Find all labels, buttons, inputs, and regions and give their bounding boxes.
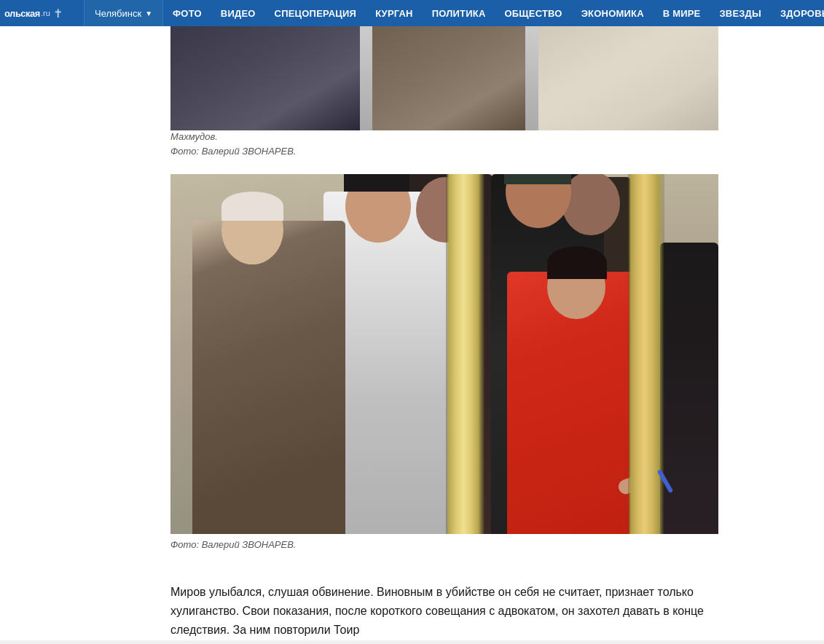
top-caption-line2: Фото: Валерий ЗВОНАРЕВ. (170, 145, 718, 158)
partition-bar-1 (446, 174, 485, 534)
nav-item-kurgan[interactable]: КУРГАН (366, 0, 423, 26)
nav-item-video[interactable]: ВИДЕО (211, 0, 265, 26)
top-image-divider-1 (360, 26, 372, 130)
logo-text: ольская (4, 8, 40, 19)
figure-dark-shirt-cap (504, 174, 571, 184)
logo-ru-suffix: .ru (41, 9, 50, 17)
top-article-image (170, 26, 718, 130)
logo-block[interactable]: ольская .ru ✝ (0, 0, 84, 26)
top-image-segment-mid (372, 26, 525, 130)
top-image-caption-block: Махмудов. Фото: Валерий ЗВОНАРЕВ. (170, 130, 718, 158)
nav-item-ekonomika[interactable]: ЭКОНОМИКА (572, 0, 654, 26)
top-image-segment-left (170, 26, 360, 130)
nav-item-zdorovye[interactable]: ЗДОРОВЬЕ (771, 0, 824, 26)
spacer (170, 160, 718, 174)
center-column: Махмудов. Фото: Валерий ЗВОНАРЕВ. (168, 26, 721, 640)
nav-item-specoperacia[interactable]: СПЕЦОПЕРАЦИЯ (265, 0, 366, 26)
chevron-down-icon: ▼ (145, 9, 152, 17)
top-image-divider-2 (525, 26, 538, 130)
left-column (0, 26, 168, 640)
main-article-image (170, 174, 718, 534)
top-caption-line1: Махмудов. (170, 130, 718, 144)
nav-item-foto[interactable]: ФОТО (163, 0, 211, 26)
navigation-bar: ольская .ru ✝ Челябинск ▼ ФОТО ВИДЕО СПЕ… (0, 0, 824, 26)
right-column (721, 26, 824, 640)
article-paragraph: Миров улыбался, слушая обвинение. Виновн… (170, 583, 718, 640)
nav-item-v-mire[interactable]: В МИРЕ (654, 0, 710, 26)
main-caption: Фото: Валерий ЗВОНАРЕВ. (170, 538, 718, 551)
nav-item-obshchestvo[interactable]: ОБЩЕСТВО (495, 0, 572, 26)
courtroom-scene (170, 174, 718, 534)
nav-links: ФОТО ВИДЕО СПЕЦОПЕРАЦИЯ КУРГАН ПОЛИТИКА … (163, 0, 824, 26)
figure-suit-hair (221, 192, 283, 221)
page-body: Махмудов. Фото: Валерий ЗВОНАРЕВ. (0, 26, 824, 640)
partition-bar-2 (628, 174, 664, 534)
page-wrapper: ольская .ru ✝ Челябинск ▼ ФОТО ВИДЕО СПЕ… (0, 0, 824, 644)
nav-item-zvezdy[interactable]: ЗВЕЗДЫ (710, 0, 771, 26)
main-caption-block: Фото: Валерий ЗВОНАРЕВ. (170, 538, 718, 551)
top-image-segment-right (538, 26, 718, 130)
content-area: Махмудов. Фото: Валерий ЗВОНАРЕВ. (0, 26, 824, 640)
figure-suit-body (192, 221, 345, 534)
top-image-block (170, 26, 718, 130)
cross-icon: ✝ (53, 7, 63, 20)
article-spacer (170, 554, 718, 568)
figure-white-shirt-hair (344, 174, 409, 192)
city-name: Челябинск (95, 8, 141, 19)
main-image-block (170, 174, 718, 534)
nav-item-politika[interactable]: ПОЛИТИКА (423, 0, 495, 26)
city-selector[interactable]: Челябинск ▼ (84, 0, 163, 26)
figure-red-hair (547, 246, 607, 279)
